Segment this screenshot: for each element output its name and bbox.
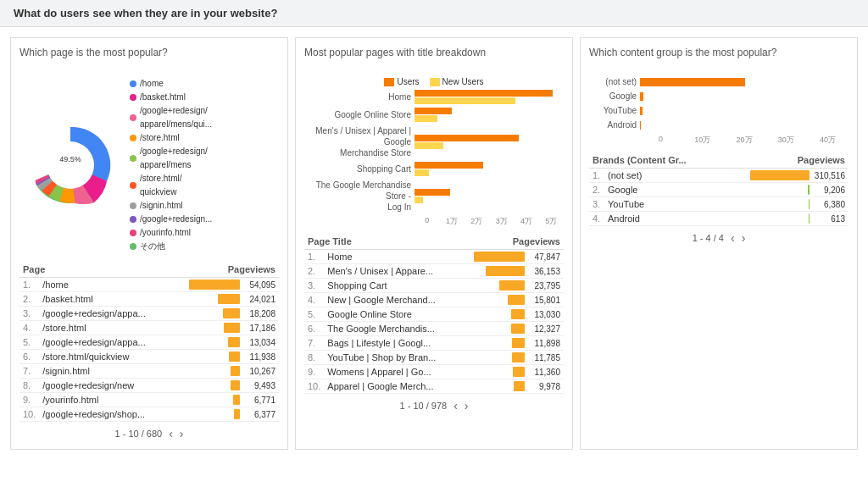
row-num: 4.: [19, 321, 39, 335]
row-num: 9.: [304, 365, 324, 379]
table-row: 4. New | Google Merchand... 15,801: [304, 293, 564, 307]
row-value: 6,771: [159, 393, 279, 407]
row-value: 18,208: [159, 307, 279, 321]
row-page: Shopping Cart: [324, 279, 443, 293]
panel3-prev[interactable]: ‹: [731, 231, 735, 245]
row-page: /google+redesign/appa...: [39, 335, 159, 350]
row-value: 36,153: [444, 264, 564, 279]
row-value: 9,978: [444, 379, 564, 394]
chart-row: Google Online Store: [304, 108, 564, 122]
chart-row: YouTube: [589, 106, 849, 115]
table-row: 3. YouTube 6,380: [589, 197, 849, 212]
row-value: 13,030: [444, 307, 564, 322]
panel3-next[interactable]: ›: [742, 231, 746, 245]
chart-row: Android: [589, 120, 849, 130]
row-num: 3.: [589, 197, 604, 212]
panel1-col1: Page: [19, 262, 159, 278]
row-page: /home: [39, 278, 159, 292]
table-row: 8. /google+redesign/new 9,493: [19, 379, 279, 393]
panel1-next[interactable]: ›: [180, 427, 184, 440]
row-value: 6,377: [159, 407, 279, 422]
row-brand: (not set): [604, 169, 715, 183]
panel1-table: Page Pageviews 1. /home 54,095 2. /baske…: [19, 262, 279, 422]
panel3-col1: Brands (Content Gr...: [589, 152, 715, 169]
row-value: 24,021: [159, 292, 279, 307]
row-page: /yourinfo.html: [39, 393, 159, 407]
row-page: Bags | Lifestyle | Googl...: [324, 336, 443, 351]
table-row: 9. /yourinfo.html 6,771: [19, 393, 279, 407]
row-value: 9,493: [159, 379, 279, 393]
row-num: 7.: [19, 364, 39, 379]
panel-popular-titles: Most popular pages with title breakdown …: [295, 37, 573, 450]
chart-row: Home: [304, 90, 564, 104]
row-page: The Google Merchandis...: [324, 322, 443, 336]
row-brand: Google: [604, 183, 715, 197]
panel1-pagination: 1 - 10 / 680 ‹ ›: [19, 427, 279, 440]
panel2-pagination: 1 - 10 / 978 ‹ ›: [304, 399, 564, 412]
row-num: 4.: [304, 293, 324, 307]
table-row: 1. Home 47,847: [304, 250, 564, 264]
panel2-page-info: 1 - 10 / 978: [400, 401, 448, 411]
donut-area: 49.5% /home /basket.html /google+redesig…: [19, 77, 279, 253]
svg-point-0: [47, 141, 94, 189]
chart-row: Shopping Cart: [304, 162, 564, 176]
table-row: 6. The Google Merchandis... 12,327: [304, 322, 564, 336]
row-value: 12,327: [444, 322, 564, 336]
row-num: 1.: [19, 278, 39, 292]
row-value: 11,898: [444, 336, 564, 351]
panel2-col1: Page Title: [304, 234, 444, 250]
table-row: 8. YouTube | Shop by Bran... 11,785: [304, 351, 564, 365]
page-title: What do users see when they are in your …: [14, 7, 277, 19]
row-value: 11,360: [444, 365, 564, 379]
donut-chart: 49.5%: [19, 114, 121, 216]
row-num: 3.: [304, 279, 324, 293]
row-value: 17,186: [159, 321, 279, 335]
svg-text:49.5%: 49.5%: [59, 155, 81, 163]
table-row: 5. Google Online Store 13,030: [304, 307, 564, 322]
row-page: New | Google Merchand...: [324, 293, 443, 307]
chart-row: (not set): [589, 77, 849, 86]
panel-content-group: Which content group is the most popular?…: [580, 37, 858, 450]
panel2-chart: Users New Users Home Google Online Store…: [304, 77, 564, 227]
panel2-prev[interactable]: ‹: [453, 399, 458, 412]
row-page: /store.html/quickview: [39, 350, 159, 364]
table-row: 10. /google+redesign/shop... 6,377: [19, 407, 279, 422]
row-page: /google+redesign/shop...: [39, 407, 159, 422]
row-num: 8.: [304, 351, 324, 365]
panel2-title: Most popular pages with title breakdown: [304, 47, 564, 70]
row-page: Womens | Apparel | Go...: [324, 365, 443, 379]
row-num: 2.: [19, 292, 39, 307]
table-row: 10. Apparel | Google Merch... 9,978: [304, 379, 564, 394]
table-row: 4. Android 613: [589, 212, 849, 226]
panel2-next[interactable]: ›: [465, 399, 469, 412]
table-row: 9. Womens | Apparel | Go... 11,360: [304, 365, 564, 379]
row-num: 8.: [19, 379, 39, 393]
row-page: Home: [324, 250, 443, 264]
row-num: 7.: [304, 336, 324, 351]
row-page: Apparel | Google Merch...: [324, 379, 443, 394]
row-value: 13,034: [159, 335, 279, 350]
row-num: 6.: [304, 322, 324, 336]
row-page: /basket.html: [39, 292, 159, 307]
table-row: 1. (not set) 310,516: [589, 169, 849, 183]
table-row: 3. Shopping Cart 23,795: [304, 279, 564, 293]
table-row: 7. /signin.html 10,267: [19, 364, 279, 379]
table-row: 6. /store.html/quickview 11,938: [19, 350, 279, 364]
row-value: 11,938: [159, 350, 279, 364]
panel3-page-info: 1 - 4 / 4: [693, 233, 724, 243]
row-num: 1.: [589, 169, 604, 183]
row-page: YouTube | Shop by Bran...: [324, 351, 443, 365]
panel2-col2: Pageviews: [444, 234, 564, 250]
legend-new-users: New Users: [442, 77, 484, 86]
row-brand: Android: [604, 212, 715, 226]
row-num: 2.: [304, 264, 324, 279]
table-row: 2. Google 9,206: [589, 183, 849, 197]
row-value: 6,380: [715, 197, 849, 212]
row-num: 5.: [19, 335, 39, 350]
panel3-title: Which content group is the most popular?: [589, 47, 849, 70]
row-num: 4.: [589, 212, 604, 226]
row-value: 310,516: [715, 169, 849, 183]
row-page: Google Online Store: [324, 307, 443, 322]
panel2-table: Page Title Pageviews 1. Home 47,847 2. M…: [304, 234, 564, 394]
panel1-prev[interactable]: ‹: [169, 427, 173, 440]
